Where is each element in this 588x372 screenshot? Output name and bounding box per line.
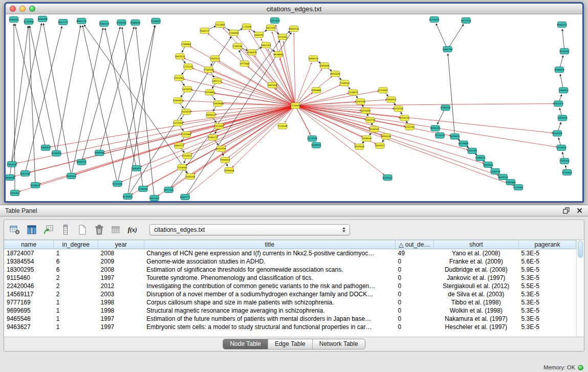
table-row[interactable]: 946362711997Embryonic stem cells: a mode…: [4, 323, 576, 331]
table-row[interactable]: 977716911998Corpus callosum shape and si…: [4, 298, 576, 307]
graph-node[interactable]: 1405415: [210, 56, 220, 61]
graph-node[interactable]: 7660127: [200, 28, 210, 34]
graph-node[interactable]: 8679900: [459, 141, 469, 146]
graph-node[interactable]: 9152594: [113, 181, 123, 186]
graph-node[interactable]: 1153442: [378, 87, 388, 93]
scrollbar-thumb[interactable]: [578, 240, 583, 258]
column-header-5[interactable]: short: [433, 240, 518, 249]
graph-node[interactable]: 8124074: [429, 17, 440, 23]
graph-node[interactable]: 7693521: [375, 143, 385, 148]
graph-node[interactable]: 9188491: [311, 142, 321, 148]
graph-node[interactable]: 9431706: [20, 170, 30, 176]
new-table-button[interactable]: [76, 223, 89, 236]
graph-node[interactable]: 3898435: [6, 174, 15, 180]
graph-node[interactable]: 8106542: [369, 126, 380, 132]
graph-node[interactable]: 2099361: [173, 98, 183, 103]
graph-node[interactable]: 8990118: [76, 18, 86, 24]
column-header-6[interactable]: pagerank: [519, 240, 576, 249]
column-header-0[interactable]: name: [4, 240, 54, 249]
graph-node[interactable]: 2591067: [174, 75, 184, 81]
graph-node[interactable]: 2160734: [365, 117, 375, 123]
graph-node[interactable]: 1332036: [355, 99, 365, 104]
graph-node[interactable]: 7252468: [181, 132, 191, 137]
table-row[interactable]: 1872400712008Changes of HCN gene express…: [4, 249, 576, 257]
network-graph[interactable]: 2036592915549818463389542727899011875841…: [6, 14, 582, 201]
graph-node[interactable]: 1346443: [558, 87, 569, 93]
column-list-button[interactable]: [59, 223, 72, 236]
merge-table-button[interactable]: [110, 223, 123, 236]
graph-node[interactable]: 9619528: [498, 174, 508, 180]
tab-edge-table[interactable]: Edge Table: [268, 339, 312, 349]
zoom-window-button[interactable]: [29, 6, 35, 12]
graph-node[interactable]: 1997880: [213, 101, 223, 106]
graph-node[interactable]: 9345468: [506, 179, 516, 185]
graph-node[interactable]: 1651304: [270, 18, 280, 24]
graph-node[interactable]: 8554249: [381, 134, 391, 139]
graph-node[interactable]: 1669291: [254, 32, 264, 38]
graph-node[interactable]: 9361302: [149, 195, 160, 201]
table-row[interactable]: 969969511998Structural magnetic resonanc…: [4, 307, 576, 315]
graph-node[interactable]: 2679919: [450, 134, 460, 139]
graph-node[interactable]: 9154012: [182, 153, 192, 159]
graph-node[interactable]: 1125439: [242, 24, 252, 30]
graph-node[interactable]: 9302281: [467, 148, 477, 154]
graph-node[interactable]: 8842777: [180, 194, 190, 200]
graph-node[interactable]: 9622214: [461, 18, 471, 24]
column-header-4[interactable]: △ out_de…: [395, 240, 433, 249]
graph-node[interactable]: 2248068: [181, 41, 191, 47]
graph-node[interactable]: 9506524: [557, 22, 567, 28]
float-panel-button[interactable]: [562, 207, 570, 214]
column-header-2[interactable]: year: [98, 240, 144, 249]
graph-node[interactable]: 8959015: [430, 125, 441, 131]
graph-node[interactable]: 1674604: [360, 108, 371, 114]
graph-node[interactable]: 9603339: [552, 130, 562, 136]
graph-node[interactable]: 1847520: [175, 54, 185, 59]
graph-node[interactable]: 1354644: [361, 136, 372, 141]
graph-node[interactable]: 2206064: [229, 30, 239, 36]
graph-node[interactable]: 7253446: [177, 164, 187, 170]
graph-node[interactable]: 1977060: [239, 61, 250, 67]
graph-node[interactable]: 2754708: [204, 67, 214, 73]
graph-node[interactable]: 8739055: [123, 193, 133, 199]
graph-node[interactable]: 1664794: [443, 47, 453, 52]
graph-node[interactable]: 2148372: [348, 90, 358, 95]
graph-node[interactable]: 2060851: [40, 145, 51, 150]
graph-node[interactable]: 9381836: [319, 63, 330, 69]
graph-node[interactable]: 1830622: [206, 112, 216, 118]
graph-node[interactable]: 9546328: [247, 50, 257, 55]
graph-node[interactable]: 7624537: [181, 109, 191, 115]
graph-node[interactable]: 6798919: [441, 105, 451, 111]
graph-node[interactable]: 1676056: [182, 86, 192, 92]
table-settings-button[interactable]: [8, 223, 21, 236]
function-builder-button[interactable]: f(x): [126, 223, 140, 236]
graph-node[interactable]: 1359703: [557, 115, 568, 121]
graph-node[interactable]: 1610709: [216, 146, 226, 151]
graph-node[interactable]: 8944018: [289, 26, 299, 32]
column-header-3[interactable]: title: [144, 240, 395, 249]
graph-node[interactable]: 9153226: [435, 133, 445, 138]
table-row[interactable]: 2242004622012Investigating the contribut…: [4, 282, 576, 290]
graph-node[interactable]: 9554154: [400, 115, 410, 121]
graph-node[interactable]: 8955070: [330, 71, 340, 77]
graph-node[interactable]: 9697696: [483, 162, 493, 167]
graph-node[interactable]: 1275141: [183, 64, 193, 70]
graph-node[interactable]: 1684900: [95, 150, 105, 156]
graph-node[interactable]: 7733704: [559, 158, 570, 164]
vertical-scrollbar[interactable]: [576, 240, 584, 337]
graph-node[interactable]: 9284699: [554, 67, 564, 73]
graph-node[interactable]: 2473881: [205, 90, 215, 95]
table-row[interactable]: 1938455462009Genome-wide association stu…: [4, 257, 576, 266]
graph-node[interactable]: 1040703: [490, 168, 500, 174]
graph-node[interactable]: 9106821: [151, 18, 161, 24]
graph-node[interactable]: 1976457: [10, 190, 20, 195]
graph-node[interactable]: 8618665: [273, 52, 284, 57]
graph-node[interactable]: 7635144: [185, 173, 195, 179]
tab-network-table[interactable]: Network Table: [312, 339, 365, 349]
table-row[interactable]: 1830029562008Estimation of significance …: [4, 266, 576, 274]
graph-node[interactable]: 9238181: [138, 186, 148, 191]
graph-node[interactable]: 9542727: [58, 19, 68, 25]
graph-node[interactable]: 9058915: [30, 182, 40, 188]
graph-node[interactable]: 1857112: [212, 78, 222, 84]
minimize-window-button[interactable]: [19, 6, 26, 12]
graph-node[interactable]: 1471993: [173, 120, 183, 126]
